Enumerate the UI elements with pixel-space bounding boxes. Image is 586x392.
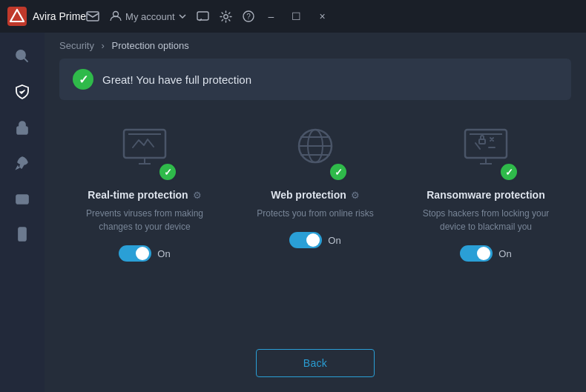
card-web-title: Web protection	[271, 189, 346, 201]
ransomware-toggle-label: On	[498, 248, 511, 259]
card-ransomware-toggle-row: On	[460, 245, 511, 262]
card-web-gear[interactable]: ⚙	[351, 190, 360, 201]
svg-rect-3	[197, 12, 208, 20]
svg-rect-19	[479, 139, 485, 144]
realtime-toggle-label: On	[157, 248, 170, 259]
card-ransomware-title: Ransomware protection	[427, 189, 544, 201]
ransomware-shield-check	[499, 162, 518, 182]
minimize-button[interactable]: –	[265, 10, 278, 22]
breadcrumb: Security › Protection options	[45, 33, 586, 59]
card-realtime: Real-time protection ⚙ Prevents viruses …	[59, 112, 230, 339]
svg-point-14	[22, 238, 23, 239]
web-toggle[interactable]	[289, 232, 322, 248]
content-area: Security › Protection options Great! You…	[45, 33, 586, 392]
close-button[interactable]: ×	[315, 10, 329, 22]
card-web-icon-wrap	[286, 127, 345, 179]
chat-icon[interactable]	[197, 11, 209, 22]
card-realtime-gear[interactable]: ⚙	[193, 190, 202, 201]
shield-icon	[14, 84, 30, 100]
titlebar: Avira Prime My account ? – ☐ ×	[0, 0, 586, 33]
web-toggle-label: On	[328, 235, 340, 246]
breadcrumb-parent[interactable]: Security	[59, 40, 94, 51]
card-ransomware-icon-wrap	[456, 127, 516, 179]
status-check-icon	[73, 69, 93, 90]
sidebar-item-search[interactable]	[6, 40, 39, 73]
protection-cards: Real-time protection ⚙ Prevents viruses …	[45, 112, 586, 339]
status-banner: Great! You have full protection	[59, 59, 571, 100]
rocket-icon	[14, 155, 30, 171]
chevron-down-icon	[179, 14, 186, 19]
main-layout: Security › Protection options Great! You…	[0, 33, 586, 392]
card-web-title-row: Web protection ⚙	[271, 189, 360, 201]
svg-point-12	[19, 198, 22, 202]
status-message: Great! You have full protection	[102, 73, 251, 86]
web-shield-check	[329, 162, 348, 182]
svg-point-4	[223, 14, 228, 19]
sidebar-item-performance[interactable]	[6, 147, 39, 179]
card-realtime-icon-wrap	[115, 127, 174, 179]
sidebar-item-mobile[interactable]	[6, 218, 39, 250]
sidebar-item-privacy[interactable]	[6, 111, 39, 144]
card-realtime-desc: Prevents viruses from making changes to …	[71, 207, 218, 233]
back-button[interactable]: Back	[256, 349, 375, 377]
card-ransomware-desc: Stops hackers from locking your device t…	[412, 207, 559, 233]
maximize-button[interactable]: ☐	[288, 10, 305, 22]
card-web-desc: Protects you from online risks	[257, 207, 373, 220]
identity-icon	[14, 190, 30, 207]
realtime-shield-check	[158, 162, 177, 182]
settings-icon[interactable]	[220, 10, 232, 23]
app-title: Avira Prime	[33, 10, 86, 22]
svg-text:?: ?	[246, 13, 251, 21]
card-ransomware: Ransomware protection Stops hackers from…	[401, 112, 571, 339]
titlebar-controls: My account ? – ☐ ×	[86, 10, 329, 23]
realtime-toggle[interactable]	[119, 245, 151, 262]
card-realtime-toggle-row: On	[119, 245, 170, 262]
mobile-icon	[14, 226, 30, 242]
avira-logo-icon	[7, 7, 27, 26]
sidebar-item-protection[interactable]	[6, 76, 39, 108]
lock-icon	[14, 119, 30, 136]
svg-point-9	[22, 130, 24, 132]
breadcrumb-current: Protection options	[112, 40, 189, 51]
account-label: My account	[125, 11, 174, 22]
card-ransomware-title-row: Ransomware protection	[427, 189, 544, 201]
card-web: Web protection ⚙ Protects you from onlin…	[230, 112, 401, 339]
mail-icon[interactable]	[86, 11, 99, 21]
app-logo: Avira Prime	[7, 7, 86, 26]
account-button[interactable]: My account	[110, 10, 185, 22]
help-icon[interactable]: ?	[243, 10, 254, 22]
bottom-bar: Back	[45, 339, 586, 392]
sidebar	[0, 33, 45, 392]
card-web-toggle-row: On	[289, 232, 340, 248]
svg-point-10	[23, 161, 25, 163]
card-realtime-title-row: Real-time protection ⚙	[88, 189, 201, 201]
svg-rect-1	[87, 12, 99, 21]
card-realtime-title: Real-time protection	[88, 189, 188, 201]
search-icon	[14, 48, 30, 64]
sidebar-item-identity[interactable]	[6, 182, 39, 215]
breadcrumb-separator: ›	[102, 40, 105, 51]
ransomware-toggle[interactable]	[460, 245, 493, 262]
